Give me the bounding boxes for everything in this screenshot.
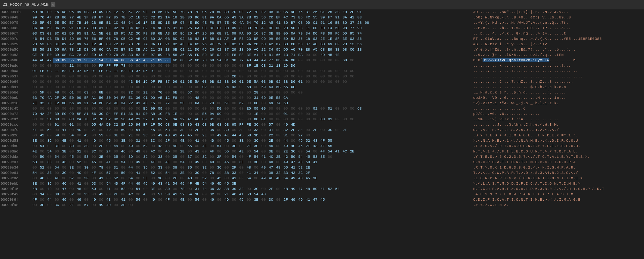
hex-byte[interactable]: 00 (119, 154, 127, 159)
hex-byte[interactable]: 56 (97, 95, 105, 101)
hex-byte[interactable]: 66 (119, 58, 127, 63)
hex-byte[interactable]: 54 (326, 149, 334, 154)
hex-byte[interactable]: 31 (193, 186, 201, 192)
hex-byte[interactable]: BC (53, 31, 60, 36)
hex-byte[interactable]: 00 (186, 127, 193, 133)
hex-byte[interactable]: 9E (112, 101, 119, 106)
hex-byte[interactable]: A5 (311, 47, 319, 52)
hex-byte[interactable]: 58 (171, 52, 179, 58)
hex-byte[interactable]: 3C (252, 138, 260, 143)
hex-byte[interactable]: FF (97, 63, 105, 68)
hex-byte[interactable]: 78 (68, 47, 75, 52)
hex-byte[interactable]: F8 (164, 111, 171, 117)
hex-byte[interactable]: 3A (171, 117, 179, 122)
hex-byte[interactable]: 00 (208, 106, 215, 111)
hex-byte[interactable]: 41 (97, 176, 105, 181)
hex-byte[interactable]: 9F (149, 79, 156, 84)
hex-byte[interactable]: 8F (334, 36, 341, 42)
hex-byte[interactable]: FA (238, 31, 245, 36)
hex-byte[interactable]: 80 (186, 122, 193, 127)
hex-byte[interactable]: 00 (97, 84, 105, 90)
hex-byte[interactable]: A1 (83, 111, 90, 117)
hex-byte[interactable]: 94 (134, 122, 142, 127)
hex-byte[interactable]: 5E (53, 20, 60, 25)
hex-byte[interactable]: 1E (252, 63, 260, 68)
hex-byte[interactable]: 2E (46, 47, 53, 52)
hex-byte[interactable]: 00 (149, 165, 156, 170)
hex-byte[interactable]: 38 (282, 79, 289, 84)
hex-byte[interactable]: 54 (53, 154, 60, 159)
hex-byte[interactable]: 00 (230, 106, 238, 111)
hex-byte[interactable]: 73 (112, 47, 119, 52)
hex-byte[interactable]: E0 (112, 31, 119, 36)
hex-byte[interactable]: 77 (68, 15, 75, 20)
hex-byte[interactable]: 54 (252, 192, 260, 197)
hex-byte[interactable]: A2 (127, 31, 134, 36)
hex-byte[interactable]: 62 (60, 31, 68, 36)
hex-byte[interactable]: 01 (208, 117, 215, 122)
hex-byte[interactable]: 0A (289, 31, 297, 36)
hex-byte[interactable]: 2F (112, 192, 119, 197)
hex-byte[interactable]: 00 (112, 106, 119, 111)
hex-byte[interactable]: D5 (90, 122, 97, 127)
hex-byte[interactable]: 78 (112, 36, 119, 42)
hex-byte[interactable]: D6 (289, 79, 297, 84)
hex-byte[interactable]: 33 (282, 170, 289, 176)
hex-byte[interactable]: 3C (46, 138, 53, 143)
hex-byte[interactable]: 00 (164, 74, 171, 79)
hex-byte[interactable]: 70 (31, 111, 38, 117)
hex-byte[interactable]: 54 (201, 181, 208, 186)
hex-byte[interactable]: 01 (53, 122, 60, 127)
hex-byte[interactable]: 00 (142, 127, 149, 133)
hex-byte[interactable]: 00 (215, 63, 223, 68)
hex-byte[interactable]: 66 (179, 58, 186, 63)
hex-byte[interactable]: 3C (83, 143, 90, 149)
hex-byte[interactable]: 71 (223, 31, 230, 36)
hex-byte[interactable]: 43 (156, 143, 164, 149)
hex-byte[interactable]: 00 (38, 197, 46, 202)
hex-byte[interactable]: 43 (105, 197, 112, 202)
hex-byte[interactable]: 4A (112, 58, 119, 63)
hex-byte[interactable]: C5 (282, 9, 289, 15)
hex-byte[interactable]: 59 (142, 117, 149, 122)
hex-byte[interactable]: 26 (208, 47, 215, 52)
hex-byte[interactable]: 32 (275, 170, 282, 176)
hex-byte[interactable]: 00 (215, 90, 223, 95)
hex-byte[interactable]: 5B (90, 47, 97, 52)
hex-byte[interactable]: 00 (97, 138, 105, 143)
hex-byte[interactable]: 00 (75, 106, 83, 111)
hex-byte[interactable]: 43 (289, 170, 297, 176)
hex-byte[interactable]: 00 (60, 165, 68, 170)
hex-byte[interactable]: 00 (164, 84, 171, 90)
hex-byte[interactable]: EC (297, 25, 304, 31)
hex-byte[interactable]: 4D (215, 181, 223, 186)
hex-byte[interactable]: 00 (275, 127, 282, 133)
hex-byte[interactable]: 00 (46, 106, 53, 111)
hex-byte[interactable]: 53 (97, 133, 105, 138)
hex-byte[interactable]: 00 (267, 106, 275, 111)
hex-byte[interactable]: 00 (334, 117, 341, 122)
hex-byte[interactable]: 49 (127, 117, 134, 122)
hex-byte[interactable]: 8B (275, 31, 282, 36)
hex-byte[interactable]: 00 (142, 138, 149, 143)
hex-byte[interactable]: 00 (97, 181, 105, 186)
hex-byte[interactable]: 00 (83, 127, 90, 133)
hex-byte[interactable]: 3C (201, 154, 208, 159)
hex-byte[interactable]: E8 (31, 47, 38, 52)
hex-byte[interactable]: 00 (142, 74, 149, 79)
hex-byte[interactable]: 00 (156, 74, 164, 79)
hex-byte[interactable]: 00 (245, 127, 252, 133)
hex-byte[interactable]: 6D (53, 117, 60, 122)
hex-byte[interactable]: E8 (304, 47, 311, 52)
hex-byte[interactable]: 49 (127, 143, 134, 149)
hex-byte[interactable]: CA (215, 15, 223, 20)
hex-byte[interactable]: 00 (134, 106, 142, 111)
hex-byte[interactable]: 00 (38, 138, 46, 143)
hex-byte[interactable]: 00 (186, 84, 193, 90)
hex-byte[interactable]: 4B (260, 52, 267, 58)
hex-byte[interactable]: 00 (75, 90, 83, 95)
hex-byte[interactable]: 4E (97, 42, 105, 47)
hex-byte[interactable]: 2E (304, 143, 311, 149)
hex-byte[interactable]: 67 (97, 15, 105, 20)
hex-byte[interactable]: 2E (348, 149, 356, 154)
